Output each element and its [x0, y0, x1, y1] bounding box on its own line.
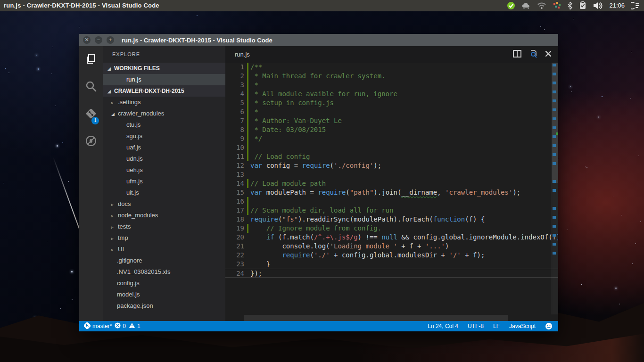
close-window-button[interactable]: ✕: [83, 36, 91, 44]
line-number: 22: [225, 251, 244, 260]
tab-run-js[interactable]: run.js: [235, 51, 250, 58]
tree-folder-node_modules[interactable]: ▹node_modules: [103, 210, 225, 221]
tree-file-package.json[interactable]: package.json: [103, 300, 225, 312]
editor-tabbar: run.js: [225, 46, 558, 63]
git-added-gutter-bar: [247, 179, 248, 188]
code-line-17[interactable]: 17// Scan module dir, load all for run: [225, 206, 558, 215]
tree-folder-tmp[interactable]: ▹tmp: [103, 232, 225, 244]
code-line-10[interactable]: 10: [225, 143, 558, 152]
tree-file-.NV1_03082015.xls[interactable]: .NV1_03082015.xls: [103, 266, 225, 278]
ruler-change-marker: [553, 82, 556, 84]
warning-indicator[interactable]: 1: [129, 322, 140, 330]
preview-search-icon[interactable]: [529, 49, 537, 59]
tree-file-ueh.js[interactable]: ueh.js: [103, 165, 225, 176]
code-line-19[interactable]: 19 // Ignore module from config.: [225, 224, 558, 233]
encoding-indicator[interactable]: UTF-8: [468, 323, 484, 329]
clock[interactable]: 21:06: [609, 2, 625, 9]
split-editor-icon[interactable]: [513, 50, 521, 59]
code-line-22[interactable]: 22 require('./' + config.global.modulesD…: [225, 251, 558, 260]
code-line-4[interactable]: 4 * All module avaible for run, ignore: [225, 90, 558, 99]
line-text: });: [250, 269, 262, 278]
line-text: require('./' + config.global.modulesDir …: [250, 251, 485, 260]
code-line-3[interactable]: 3 *: [225, 81, 558, 90]
statusbar-right: Ln 24, Col 4 UTF-8 LF JavaScript: [428, 322, 558, 330]
volume-icon[interactable]: [593, 1, 603, 10]
git-branch-indicator[interactable]: master*: [84, 322, 112, 330]
code-line-9[interactable]: 9 */: [225, 134, 558, 143]
tree-file-model.js[interactable]: model.js: [103, 289, 225, 300]
cloud-sync-icon[interactable]: [521, 2, 531, 9]
code-line-24[interactable]: 24});: [225, 269, 558, 278]
bluetooth-icon[interactable]: [567, 1, 573, 10]
line-number: 16: [225, 197, 244, 206]
chevron-collapsed-icon: ▹: [111, 222, 118, 233]
line-number: 7: [225, 116, 244, 125]
code-line-12[interactable]: 12var config = require('./config');: [225, 161, 558, 170]
tree-file-ufm.js[interactable]: ufm.js: [103, 176, 225, 187]
session-power-icon[interactable]: [631, 1, 640, 10]
code-line-11[interactable]: 11 // Load config: [225, 152, 558, 161]
line-text: // Load module path: [250, 179, 326, 188]
line-number: 24: [225, 269, 244, 278]
item-label: node_modules: [118, 212, 158, 219]
editor-horizontal-scrollbar[interactable]: [244, 315, 508, 321]
color-grid-icon[interactable]: [553, 1, 561, 10]
close-editor-icon[interactable]: [545, 50, 552, 58]
code-area[interactable]: 1/**2 * Main thread for crawler system.3…: [225, 63, 558, 278]
skype-status-icon[interactable]: [507, 1, 515, 10]
minimize-window-button[interactable]: −: [95, 36, 102, 44]
code-line-23[interactable]: 23 }: [225, 260, 558, 269]
tree-file-ctu.js[interactable]: ctu.js: [103, 119, 225, 131]
code-line-15[interactable]: 15var modulePath = require("path").join(…: [225, 188, 558, 197]
window-titlebar[interactable]: ✕ − + run.js - Crawler-DKXT-DH-2015 - Vi…: [79, 34, 558, 46]
editor-vertical-scrollbar[interactable]: [552, 63, 558, 314]
line-number: 19: [225, 224, 244, 233]
code-line-14[interactable]: 14// Load module path: [225, 179, 558, 188]
maximize-window-button[interactable]: +: [107, 36, 114, 44]
line-text: *: [250, 107, 258, 116]
language-mode[interactable]: JavaScript: [509, 323, 536, 329]
working-files-section[interactable]: ◢WORKING FILES: [103, 63, 225, 74]
tree-file-config.js[interactable]: config.js: [103, 278, 225, 289]
code-line-8[interactable]: 8 * Date: 03/08/2015: [225, 125, 558, 134]
ruler-change-marker: [553, 117, 556, 120]
code-line-5[interactable]: 5 * setup in config.js: [225, 99, 558, 107]
code-line-16[interactable]: 16: [225, 197, 558, 206]
wifi-icon[interactable]: [537, 2, 546, 9]
tree-file-.gitignore[interactable]: .gitignore: [103, 255, 225, 266]
code-line-18[interactable]: 18require("fs").readdirSync(modulePath).…: [225, 215, 558, 224]
line-text: */: [250, 134, 262, 143]
git-activity-button[interactable]: 1: [79, 101, 103, 128]
tree-folder-docs[interactable]: ▹docs: [103, 198, 225, 210]
code-line-20[interactable]: 20 if (f.match(/^.+\.js$/g) !== null && …: [225, 233, 558, 242]
project-root-section[interactable]: ◢CRAWLER-DKXT-DH-2015: [103, 85, 225, 97]
line-text: if (f.match(/^.+\.js$/g) !== null && con…: [250, 233, 558, 242]
code-line-1[interactable]: 1/**: [225, 63, 558, 72]
code-line-2[interactable]: 2 * Main thread for crawler system.: [225, 72, 558, 81]
cursor-position[interactable]: Ln 24, Col 4: [428, 323, 458, 329]
search-activity-button[interactable]: [79, 74, 103, 101]
tree-folder-tests[interactable]: ▹tests: [103, 221, 225, 232]
explorer-activity-button[interactable]: [79, 46, 103, 74]
tree-folder-crawler_modules[interactable]: ◢crawler_modules: [103, 108, 225, 119]
tree-file-udn.js[interactable]: udn.js: [103, 153, 225, 165]
ruler-change-marker: [553, 225, 556, 228]
tree-folder-.settings[interactable]: ▹.settings: [103, 97, 225, 108]
debug-activity-button[interactable]: [79, 128, 103, 156]
working-file-item[interactable]: run.js: [103, 74, 225, 85]
tree-folder-UI[interactable]: ▹UI: [103, 244, 225, 255]
tree-file-uaf.js[interactable]: uaf.js: [103, 142, 225, 153]
code-line-21[interactable]: 21 console.log('Loading module ' + f + '…: [225, 242, 558, 251]
ruler-change-marker: [553, 73, 556, 75]
code-line-7[interactable]: 7 * Author: Van-Duyet Le: [225, 116, 558, 125]
code-line-13[interactable]: 13: [225, 170, 558, 179]
code-line-6[interactable]: 6 *: [225, 107, 558, 116]
tree-file-sgu.js[interactable]: sgu.js: [103, 131, 225, 142]
error-indicator[interactable]: 0: [115, 322, 126, 330]
clipboard-icon[interactable]: [579, 1, 586, 10]
eol-indicator[interactable]: LF: [493, 323, 500, 329]
feedback-smiley-icon[interactable]: [545, 322, 553, 330]
tree-file-uit.js[interactable]: uit.js: [103, 187, 225, 198]
item-label: ctu.js: [126, 121, 140, 128]
line-number: 21: [225, 242, 244, 251]
